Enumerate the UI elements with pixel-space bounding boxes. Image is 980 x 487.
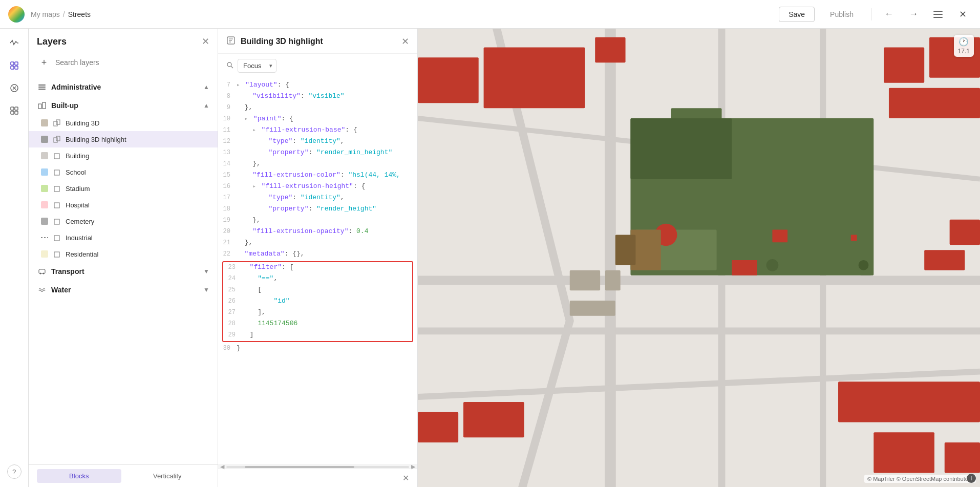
layer-item-stadium[interactable]: Stadium (29, 180, 218, 197)
code-line-30: 30 } (218, 343, 417, 354)
forward-button[interactable]: → (904, 5, 923, 24)
code-line-13: 13 "property": "render_min_height" (218, 147, 417, 159)
activity-icon-button[interactable] (4, 33, 25, 53)
svg-rect-24 (54, 170, 59, 175)
layer-color-hospital (41, 201, 48, 208)
svg-line-38 (231, 66, 233, 68)
code-line-19: 19 }, (218, 215, 417, 226)
topbar-divider (871, 8, 871, 20)
tab-verticality[interactable]: Verticality (125, 469, 210, 483)
layer-item-residential[interactable]: Residential (29, 246, 218, 262)
code-line-22: 22 "metadata": {}, (218, 249, 417, 260)
layer-item-building-3d-highlight[interactable]: Building 3D highlight (29, 131, 218, 147)
svg-rect-26 (54, 203, 59, 208)
layer-item-hospital[interactable]: Hospital (29, 197, 218, 213)
map-svg (418, 29, 980, 487)
code-scrollbar-track (226, 466, 409, 468)
svg-rect-22 (56, 136, 60, 141)
school-icon (52, 167, 61, 177)
layer-item-industrial[interactable]: Industrial (29, 229, 218, 246)
code-line-25: 25 [ (223, 285, 412, 296)
back-button[interactable]: ← (880, 5, 898, 24)
code-line-26: 26 "id" (223, 296, 412, 307)
svg-rect-18 (42, 102, 46, 109)
search-input[interactable] (55, 58, 209, 67)
svg-rect-28 (54, 236, 59, 241)
code-panel-close-button[interactable]: ✕ (401, 36, 409, 47)
code-content[interactable]: 7 ▸ "layout": { 8 "visibility": "visible… (218, 78, 417, 464)
group-transport[interactable]: Transport ▼ (29, 262, 218, 281)
svg-rect-5 (11, 66, 14, 69)
svg-rect-6 (15, 66, 18, 69)
code-line-9: 9 }, (218, 102, 417, 114)
code-line-27: 27 ], (223, 307, 412, 319)
group-water[interactable]: Water ▼ (29, 281, 218, 299)
code-toolbar: Focus Full Layer ▾ (218, 54, 417, 78)
code-line-16: 16 ▸ "fill-extrusion-height": { (218, 181, 417, 193)
svg-rect-27 (54, 219, 59, 224)
code-panel: Building 3D highlight ✕ Focus Full Layer… (218, 29, 418, 487)
svg-rect-62 (615, 235, 636, 265)
layers-panel: Layers ✕ + Administrative ▲ Built-up (29, 29, 218, 487)
cemetery-icon (52, 217, 61, 226)
layer-label-building: Building (66, 152, 89, 160)
focus-select[interactable]: Focus Full Layer (238, 59, 276, 73)
svg-point-32 (43, 273, 45, 274)
svg-rect-54 (945, 442, 980, 473)
svg-rect-30 (39, 269, 45, 273)
building-icon (52, 151, 61, 160)
tab-blocks[interactable]: Blocks (37, 469, 121, 483)
map-area[interactable]: 🕐 17.1 © MapTiler © OpenStreetMap contri… (418, 29, 980, 487)
svg-rect-29 (54, 252, 59, 257)
layers-header: Layers ✕ (29, 29, 218, 51)
svg-rect-4 (15, 62, 18, 65)
code-scrollbar[interactable]: ◀ ▶ (218, 464, 417, 469)
layers-icon-button[interactable] (4, 55, 25, 76)
group-administrative-label: Administrative (51, 83, 203, 91)
svg-rect-2 (933, 17, 943, 18)
layer-item-building-3d[interactable]: Building 3D (29, 115, 218, 131)
bottom-tabs: Blocks Verticality (29, 464, 218, 487)
building3d-icon (52, 118, 61, 128)
app-logo (8, 6, 25, 23)
close-button[interactable]: ✕ (953, 5, 972, 24)
svg-rect-11 (11, 111, 14, 114)
layer-label-building3dhighlight: Building 3D highlight (66, 136, 126, 143)
code-panel-icon (226, 36, 236, 47)
add-layer-button[interactable]: + (37, 55, 51, 70)
svg-rect-58 (772, 230, 787, 243)
layer-label-stadium: Stadium (66, 185, 90, 193)
group-water-label: Water (51, 286, 203, 294)
svg-rect-19 (54, 121, 57, 126)
code-line-11: 11 ▸ "fill-extrusion-base": { (218, 125, 417, 136)
filter-icon-button[interactable] (4, 78, 25, 98)
code-line-28: 28 1145174506 (223, 319, 412, 330)
svg-rect-3 (11, 62, 14, 65)
code-line-15: 15 "fill-extrusion-color": "hsl(44, 14%, (218, 170, 417, 181)
svg-point-37 (227, 62, 231, 67)
filter-highlight-box: 23 "filter": [ 24 "==", 25 [ (222, 261, 413, 342)
svg-rect-63 (570, 270, 600, 291)
group-built-up[interactable]: Built-up ▲ (29, 96, 218, 115)
save-button[interactable]: Save (779, 7, 815, 22)
group-administrative[interactable]: Administrative ▲ (29, 78, 218, 96)
breadcrumb-parent[interactable]: My maps (31, 10, 60, 18)
layer-item-building[interactable]: Building (29, 147, 218, 164)
svg-point-66 (766, 259, 779, 271)
puzzle-icon-button[interactable] (4, 100, 25, 121)
layers-close-button[interactable]: ✕ (202, 36, 209, 47)
code-panel-bottom-close-button[interactable]: ✕ (402, 473, 409, 483)
focus-select-wrap: Focus Full Layer ▾ (238, 59, 276, 73)
help-icon-button[interactable]: ? (7, 464, 22, 479)
svg-rect-12 (15, 107, 18, 110)
layer-item-school[interactable]: School (29, 164, 218, 180)
layer-color-residential (41, 250, 48, 258)
map-info-icon[interactable]: i (967, 474, 976, 483)
svg-rect-64 (605, 270, 621, 291)
layers-list: Administrative ▲ Built-up ▲ Building 3D (29, 76, 218, 464)
layer-item-cemetery[interactable]: Cemetery (29, 213, 218, 229)
menu-button[interactable] (929, 5, 947, 24)
svg-rect-23 (54, 154, 59, 159)
publish-button[interactable]: Publish (821, 7, 863, 22)
code-panel-header: Building 3D highlight ✕ (218, 29, 417, 54)
